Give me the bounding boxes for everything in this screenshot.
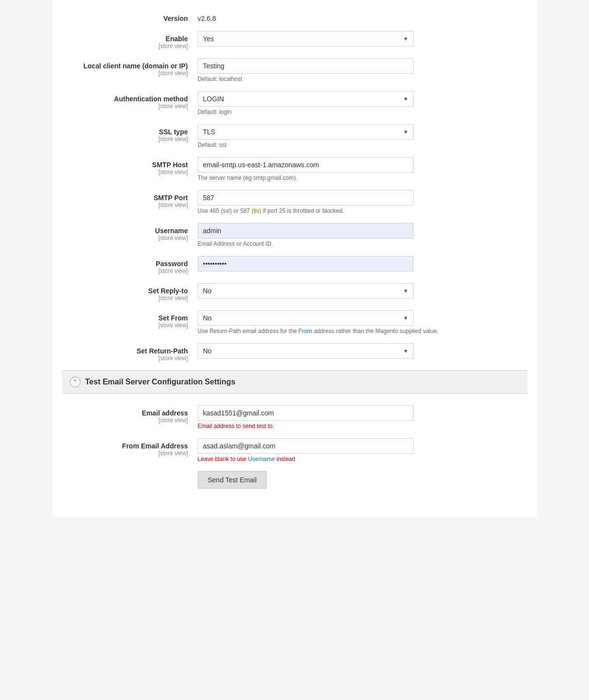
smtp-port-row: SMTP Port [store view] Use 465 (ssl) or …	[62, 190, 527, 214]
local-client-name-input[interactable]	[198, 58, 414, 74]
set-return-path-label: Set Return-Path	[137, 347, 188, 355]
set-reply-to-row: Set Reply-to [store view] No Yes	[62, 283, 527, 302]
email-address-sublabel: [store view]	[62, 417, 188, 424]
ssl-type-select[interactable]: TLS SSL None	[198, 124, 414, 140]
enable-field-col: Yes No	[198, 31, 527, 47]
email-address-label: Email address	[142, 409, 188, 417]
version-value: v2.6.8	[198, 15, 216, 22]
smtp-host-label: SMTP Host	[152, 161, 188, 169]
username-hint: Email Address or Account ID.	[198, 240, 527, 247]
username-row: Username [store view] Email Address or A…	[62, 223, 527, 247]
ssl-type-label: SSL type	[159, 128, 188, 136]
version-row: Version v2.6.8	[62, 15, 527, 22]
auth-method-select-wrapper: LOGIN PLAIN NTLM CRAM-MD5	[198, 91, 414, 107]
smtp-host-sublabel: [store view]	[62, 169, 188, 175]
from-email-address-input[interactable]	[198, 438, 414, 454]
send-test-button[interactable]: Send Test Email	[198, 471, 267, 489]
smtp-host-row: SMTP Host [store view] The server name (…	[62, 157, 527, 181]
local-client-name-hint: Default: localhost	[198, 76, 527, 82]
page-container: Version v2.6.8 Enable [store view] Yes N…	[52, 0, 537, 517]
email-address-label-col: Email address [store view]	[62, 405, 198, 424]
set-from-field-col: No Yes Use Return-Path email address for…	[198, 310, 527, 334]
ssl-type-hint: Default: ssl	[198, 142, 527, 148]
smtp-port-hint: Use 465 (ssl) or 587 (tls) if port 25 is…	[198, 207, 527, 214]
smtp-host-input[interactable]	[198, 157, 414, 173]
set-return-path-select-wrapper: No Yes	[198, 343, 414, 359]
from-email-address-label: From Email Address	[122, 442, 188, 450]
enable-select[interactable]: Yes No	[198, 31, 414, 47]
ssl-type-label-col: SSL type [store view]	[62, 124, 198, 143]
local-client-name-label-col: Local client name (domain or IP) [store …	[62, 58, 198, 77]
local-client-name-sublabel: [store view]	[62, 70, 188, 77]
set-reply-to-select-wrapper: No Yes	[198, 283, 414, 299]
local-client-name-row: Local client name (domain or IP) [store …	[62, 58, 527, 82]
test-section-title: Test Email Server Configuration Settings	[85, 378, 236, 386]
send-test-label-col	[62, 471, 198, 475]
smtp-host-hint: The server name (eg smtp.gmail.com).	[198, 175, 527, 181]
set-from-hint: Use Return-Path email address for the Fr…	[198, 328, 527, 334]
version-label: Version	[62, 15, 198, 22]
smtp-port-sublabel: [store view]	[62, 202, 188, 208]
auth-method-hint: Default: login	[198, 109, 527, 115]
smtp-port-label-col: SMTP Port [store view]	[62, 190, 198, 208]
set-from-label: Set From	[159, 314, 188, 322]
from-email-address-row: From Email Address [store view] Leave bl…	[62, 438, 527, 462]
set-from-select-wrapper: No Yes	[198, 310, 414, 326]
local-client-name-field-col: Default: localhost	[198, 58, 527, 82]
enable-select-wrapper: Yes No	[198, 31, 414, 47]
from-email-address-sublabel: [store view]	[62, 450, 188, 457]
set-return-path-select[interactable]: No Yes	[198, 343, 414, 359]
set-return-path-field-col: No Yes	[198, 343, 527, 359]
set-from-sublabel: [store view]	[62, 322, 188, 329]
username-input[interactable]	[198, 223, 414, 239]
set-return-path-row: Set Return-Path [store view] No Yes	[62, 343, 527, 362]
auth-method-field-col: LOGIN PLAIN NTLM CRAM-MD5 Default: login	[198, 91, 527, 115]
send-test-field-col: Send Test Email	[198, 471, 527, 489]
enable-label-col: Enable [store view]	[62, 31, 198, 49]
from-email-address-hint: Leave blank to use Username instead	[198, 456, 527, 462]
auth-method-label: Authentication method	[114, 95, 188, 103]
from-email-address-label-col: From Email Address [store view]	[62, 438, 198, 457]
email-address-input[interactable]	[198, 405, 414, 421]
username-sublabel: [store view]	[62, 235, 188, 241]
smtp-host-field-col: The server name (eg smtp.gmail.com).	[198, 157, 527, 181]
set-from-row: Set From [store view] No Yes Use Return-…	[62, 310, 527, 334]
send-test-row: Send Test Email	[62, 471, 527, 489]
password-row: Password [store view]	[62, 256, 527, 274]
enable-sublabel: [store view]	[62, 43, 188, 49]
auth-method-sublabel: [store view]	[62, 103, 188, 110]
password-field-col	[198, 256, 527, 271]
smtp-port-input[interactable]	[198, 190, 414, 206]
username-label-col: Username [store view]	[62, 223, 198, 241]
password-input[interactable]	[198, 256, 414, 271]
smtp-port-label: SMTP Port	[154, 194, 188, 202]
email-address-hint: Email address to send test to.	[198, 423, 527, 430]
enable-row: Enable [store view] Yes No	[62, 31, 527, 49]
ssl-type-field-col: TLS SSL None Default: ssl	[198, 124, 527, 148]
set-reply-to-sublabel: [store view]	[62, 295, 188, 302]
username-label: Username	[155, 227, 188, 235]
set-reply-to-label: Set Reply-to	[148, 287, 188, 295]
test-section-header[interactable]: ⌃ Test Email Server Configuration Settin…	[62, 370, 527, 394]
smtp-port-field-col: Use 465 (ssl) or 587 (tls) if port 25 is…	[198, 190, 527, 214]
email-address-field-col: Email address to send test to.	[198, 405, 527, 430]
ssl-type-select-wrapper: TLS SSL None	[198, 124, 414, 140]
password-label-col: Password [store view]	[62, 256, 198, 274]
set-reply-to-field-col: No Yes	[198, 283, 527, 299]
password-sublabel: [store view]	[62, 268, 188, 274]
password-label: Password	[156, 260, 188, 268]
local-client-name-label: Local client name (domain or IP)	[83, 62, 188, 70]
smtp-host-label-col: SMTP Host [store view]	[62, 157, 198, 175]
set-from-select[interactable]: No Yes	[198, 310, 414, 326]
ssl-type-sublabel: [store view]	[62, 136, 188, 143]
email-address-row: Email address [store view] Email address…	[62, 405, 527, 430]
set-reply-to-label-col: Set Reply-to [store view]	[62, 283, 198, 302]
from-email-address-field-col: Leave blank to use Username instead	[198, 438, 527, 462]
set-return-path-label-col: Set Return-Path [store view]	[62, 343, 198, 362]
auth-method-select[interactable]: LOGIN PLAIN NTLM CRAM-MD5	[198, 91, 414, 107]
enable-label: Enable	[166, 35, 188, 43]
set-reply-to-select[interactable]: No Yes	[198, 283, 414, 299]
username-field-col: Email Address or Account ID.	[198, 223, 527, 247]
auth-method-label-col: Authentication method [store view]	[62, 91, 198, 110]
set-return-path-sublabel: [store view]	[62, 355, 188, 362]
